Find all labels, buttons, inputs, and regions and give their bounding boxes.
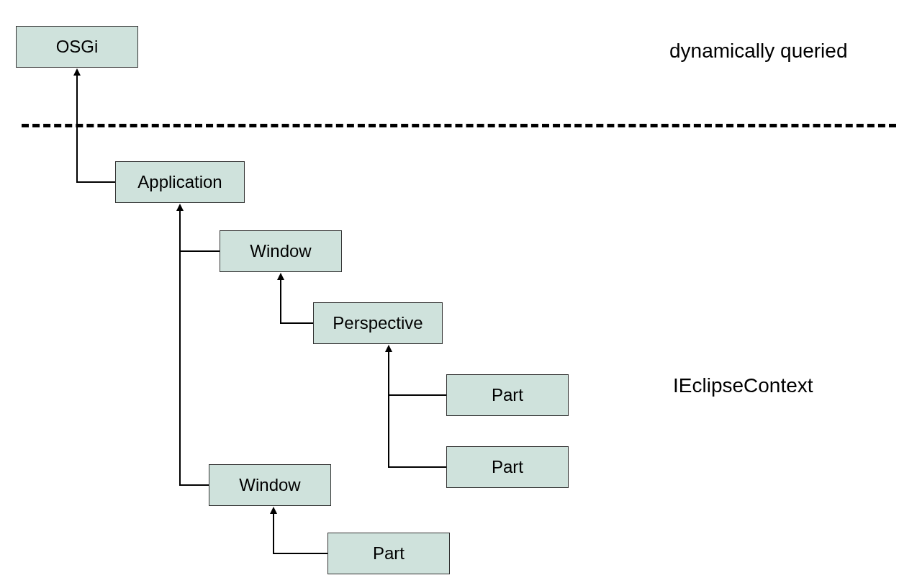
node-part-1: Part xyxy=(446,374,569,416)
divider-line xyxy=(22,124,896,127)
node-window-1: Window xyxy=(220,230,342,272)
label-dynamically-queried: dynamically queried xyxy=(669,40,847,63)
node-perspective: Perspective xyxy=(313,302,443,344)
node-osgi: OSGi xyxy=(16,26,138,68)
node-application: Application xyxy=(115,161,245,203)
label-ieclipsecontext: IEclipseContext xyxy=(673,374,813,397)
node-window-2: Window xyxy=(209,464,331,506)
node-part-3: Part xyxy=(327,533,450,574)
node-part-2: Part xyxy=(446,446,569,488)
connectors xyxy=(0,0,899,588)
